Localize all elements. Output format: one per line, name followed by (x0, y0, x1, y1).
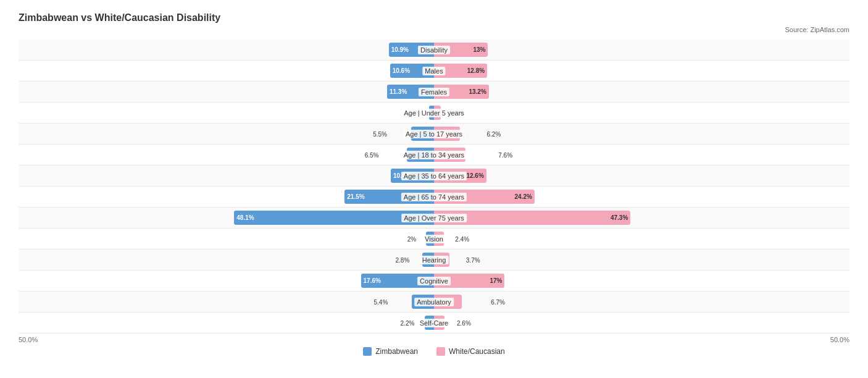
chart-row: 10.9%13%Disability (19, 40, 849, 61)
right-bar-value: 17% (490, 277, 504, 284)
center-label: Age | 65 to 74 years (401, 193, 467, 201)
legend-label-zimbabwean: Zimbabwean (375, 347, 418, 356)
chart-row: 6.5%7.6%Age | 18 to 34 years (19, 145, 849, 166)
right-bar-value: 13% (473, 46, 488, 53)
right-bar-value: 12.6% (466, 172, 486, 179)
legend-label-caucasian: White/Caucasian (449, 347, 505, 356)
chart-row: 5.4%6.7%Ambulatory (19, 292, 849, 313)
right-bar-value: 47.3% (611, 214, 630, 221)
x-axis: 50.0% 50.0% (19, 336, 849, 343)
chart-row: 10.4%12.6%Age | 35 to 64 years (19, 166, 849, 187)
legend-item-zimbabwean: Zimbabwean (363, 347, 418, 356)
center-label: Ambulatory (414, 298, 454, 306)
x-axis-left: 50.0% (19, 336, 38, 343)
center-label: Hearing (420, 256, 449, 264)
center-label: Age | 5 to 17 years (403, 130, 465, 138)
center-label: Age | Over 75 years (401, 214, 467, 222)
legend: Zimbabwean White/Caucasian (19, 347, 849, 356)
chart-title: Zimbabwean vs White/Caucasian Disability (19, 12, 849, 23)
right-bar-value: 13.2% (469, 88, 488, 95)
legend-item-caucasian: White/Caucasian (436, 347, 505, 356)
center-label: Disability (418, 46, 450, 54)
chart-row: 11.3%13.2%Females (19, 82, 849, 103)
chart-row: 10.6%12.8%Males (19, 61, 849, 82)
center-label: Age | 35 to 64 years (401, 172, 467, 180)
chart-row: 5.5%6.2%Age | 5 to 17 years (19, 124, 849, 145)
left-bar-value: 21.5% (344, 193, 364, 200)
right-bar-value: 24.2% (515, 193, 535, 200)
right-bar-value: 12.8% (467, 67, 487, 74)
center-label: Self-Care (417, 319, 451, 327)
left-bar-value: 48.1% (234, 214, 254, 221)
chart-row: 2.2%2.6%Self-Care (19, 313, 849, 334)
legend-box-pink (436, 347, 445, 356)
chart-area: 10.9%13%Disability10.6%12.8%Males11.3%13… (19, 40, 849, 334)
legend-box-blue (363, 347, 372, 356)
center-label: Males (422, 67, 445, 75)
center-label: Females (419, 88, 449, 96)
source-label: Source: ZipAtlas.com (19, 26, 849, 33)
left-bar-value: 17.6% (361, 277, 381, 284)
left-bar-value: 10.6% (390, 67, 410, 74)
chart-row: 21.5%24.2%Age | 65 to 74 years (19, 187, 849, 208)
center-label: Vision (422, 235, 446, 243)
center-label: Age | 18 to 34 years (401, 151, 467, 159)
chart-row: 48.1%47.3%Age | Over 75 years (19, 208, 849, 229)
chart-row: 17.6%17%Cognitive (19, 271, 849, 292)
center-label: Age | Under 5 years (401, 109, 467, 117)
chart-row: 1.2%1.7%Age | Under 5 years (19, 103, 849, 124)
chart-row: 2%2.4%Vision (19, 229, 849, 250)
left-bar-value: 10.9% (389, 46, 409, 53)
left-bar-value: 11.3% (387, 88, 407, 95)
center-label: Cognitive (417, 277, 451, 285)
x-axis-right: 50.0% (830, 336, 849, 343)
chart-row: 2.8%3.7%Hearing (19, 250, 849, 271)
